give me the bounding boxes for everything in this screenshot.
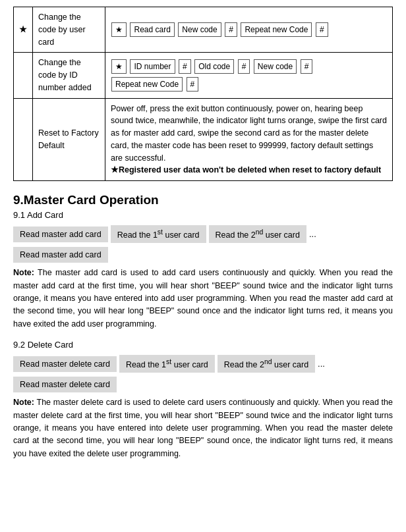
delete-card-note: Note: The master delete card is used to …	[13, 396, 393, 460]
step-ellipsis-add: ...	[309, 229, 316, 239]
subsection-9-1-label: 9.1 Add Card	[13, 210, 393, 220]
box-hash-2: #	[316, 22, 328, 37]
factory-reset-text: Power off, press the exit button continu…	[111, 104, 387, 163]
table-row-factory-reset: Reset to Factory Default Power off, pres…	[14, 98, 393, 181]
step-read-master-delete-card-2: Read master delete card	[13, 377, 117, 392]
section-9-title: 9.Master Card Operation	[13, 193, 393, 207]
content-factory-reset: Power off, press the exit button continu…	[105, 98, 393, 181]
table-row-change-id: Change the code by ID number added ★ ID …	[14, 53, 393, 98]
subsection-9-2-label: 9.2 Delete Card	[13, 340, 393, 350]
step-read-master-add-card-1: Read master add card	[13, 226, 108, 242]
box-repeat-new-code-1: Repeat new Code	[241, 22, 312, 37]
delete-card-step-row-1: Read master delete card Read the 1st use…	[13, 355, 393, 373]
box-new-code-1: New code	[178, 22, 221, 37]
content-change-id: ★ ID number # Old code # New code # Repe…	[105, 53, 393, 98]
label-factory-reset: Reset to Factory Default	[33, 98, 105, 181]
step-read-2nd-user-card-add: Read the 2nd user card	[209, 225, 306, 243]
step-ellipsis-delete: ...	[318, 359, 325, 369]
box-read-card: Read card	[130, 22, 174, 37]
step-read-2nd-user-card-delete: Read the 2nd user card	[218, 355, 315, 373]
star-cell-3	[14, 98, 33, 181]
delete-card-note-text: The master delete card is used to delete…	[13, 398, 393, 458]
step-read-master-add-card-2: Read master add card	[13, 247, 108, 263]
step-read-1st-user-card-delete: Read the 1st user card	[119, 355, 215, 373]
box-star-1: ★	[111, 22, 127, 37]
add-card-note-bold: Note:	[13, 268, 34, 277]
code-table: ★ Change the code by user card ★ Read ca…	[13, 7, 393, 181]
box-new-code-2: New code	[254, 59, 297, 74]
section-9: 9.Master Card Operation 9.1 Add Card Rea…	[13, 193, 393, 460]
factory-reset-note: ★Registered user data won't be deleted w…	[111, 165, 381, 174]
delete-card-step-row-2: Read master delete card	[13, 377, 393, 392]
label-change-user-card: Change the code by user card	[33, 7, 105, 53]
box-hash-1: #	[225, 22, 237, 37]
box-old-code: Old code	[194, 59, 234, 74]
add-card-step-row-1: Read master add card Read the 1st user c…	[13, 225, 393, 243]
box-star-2: ★	[111, 59, 127, 74]
star-cell-1: ★	[14, 7, 33, 53]
box-id-number: ID number	[130, 59, 175, 74]
box-hash-5: #	[301, 59, 313, 74]
label-change-id: Change the code by ID number added	[33, 53, 105, 98]
delete-card-note-bold: Note:	[13, 398, 34, 407]
id-row-line2: Repeat new Code #	[111, 76, 387, 92]
add-card-note-text: The master add card is used to add card …	[13, 268, 393, 329]
step-read-master-delete-card-1: Read master delete card	[13, 356, 117, 372]
box-hash-3: #	[179, 59, 191, 74]
star-cell-2	[14, 53, 33, 98]
box-hash-4: #	[238, 59, 250, 74]
id-row-line1: ★ ID number # Old code # New code #	[111, 59, 387, 74]
add-card-step-row-2: Read master add card	[13, 247, 393, 263]
box-repeat-new-code-2: Repeat new Code	[111, 77, 183, 92]
add-card-note: Note: The master add card is used to add…	[13, 267, 393, 331]
table-row-change-user-card: ★ Change the code by user card ★ Read ca…	[14, 7, 393, 53]
box-hash-6: #	[187, 77, 199, 92]
step-read-1st-user-card-add: Read the 1st user card	[111, 225, 206, 243]
content-change-user-card: ★ Read card New code # Repeat new Code #	[105, 7, 393, 53]
